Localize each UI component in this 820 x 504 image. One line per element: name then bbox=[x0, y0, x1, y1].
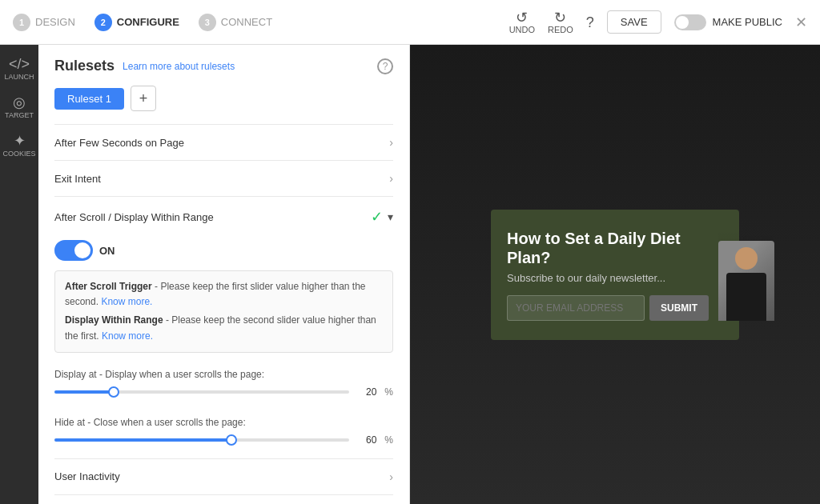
toggle-row: ON bbox=[54, 234, 393, 270]
make-public-switch[interactable] bbox=[674, 14, 706, 30]
rule-user-inactivity[interactable]: User Inactivity › bbox=[54, 458, 393, 494]
preview-area: How to Set a Daily Diet Plan? Subscribe … bbox=[410, 45, 820, 504]
step-configure[interactable]: 2 CONFIGURE bbox=[94, 14, 179, 31]
sidebar-item-target[interactable]: ◎ TARGET bbox=[3, 90, 35, 125]
step-connect-num: 3 bbox=[199, 14, 216, 31]
redo-button[interactable]: ↻ REDO bbox=[548, 10, 573, 34]
step-connect[interactable]: 3 CONNECT bbox=[199, 14, 272, 31]
step-design-label: DESIGN bbox=[35, 16, 75, 28]
target-icon: ◎ bbox=[13, 95, 26, 110]
rule-user-inactivity-arrow: › bbox=[389, 470, 393, 483]
rulesets-header: Rulesets Learn more about rulesets ? bbox=[54, 58, 393, 74]
sidebar-item-launch[interactable]: </> LAUNCH bbox=[3, 51, 35, 86]
step-configure-label: CONFIGURE bbox=[117, 16, 179, 28]
toggle-on-label: ON bbox=[99, 245, 115, 257]
preview-content: How to Set a Daily Diet Plan? Subscribe … bbox=[410, 45, 820, 504]
sidebar-launch-label: LAUNCH bbox=[4, 73, 34, 81]
slider2-thumb[interactable] bbox=[226, 434, 237, 446]
rule-few-seconds-arrow: › bbox=[389, 136, 393, 149]
person-head bbox=[735, 247, 758, 270]
main-layout: </> LAUNCH ◎ TARGET ✦ COOKIES Rulesets L… bbox=[0, 45, 820, 504]
step-design-num: 1 bbox=[13, 14, 30, 31]
rule-user-inactivity-label: User Inactivity bbox=[54, 470, 120, 482]
launch-icon: </> bbox=[9, 57, 30, 71]
scroll-toggle[interactable] bbox=[54, 240, 93, 261]
rule-scroll-display: After Scroll / Display Within Range ✓ ▾ … bbox=[54, 196, 393, 458]
rule-exit-intent-arrow: › bbox=[389, 172, 393, 185]
info-line-2: Display Within Range - Please keep the s… bbox=[65, 313, 383, 343]
step-connect-label: CONNECT bbox=[221, 16, 272, 28]
popup-card: How to Set a Daily Diet Plan? Subscribe … bbox=[491, 210, 739, 340]
cookies-icon: ✦ bbox=[14, 134, 26, 148]
scroll-display-header-left: After Scroll / Display Within Range bbox=[54, 211, 214, 223]
popup-email-input[interactable] bbox=[507, 295, 645, 321]
slider2-value: 60 bbox=[357, 434, 376, 446]
add-ruleset-button[interactable]: + bbox=[131, 86, 156, 111]
save-button[interactable]: SAVE bbox=[607, 10, 661, 34]
slider1-track[interactable] bbox=[54, 390, 349, 394]
slider2-label: Hide at - Close when a user scrolls the … bbox=[54, 417, 393, 428]
rule-few-seconds[interactable]: After Few Seconds on Page › bbox=[54, 124, 393, 160]
popup-image bbox=[718, 229, 774, 321]
person-body bbox=[726, 273, 766, 321]
rulesets-help-icon[interactable]: ? bbox=[377, 58, 393, 74]
make-public-toggle[interactable]: MAKE PUBLIC bbox=[674, 14, 782, 30]
steps-container: 1 DESIGN 2 CONFIGURE 3 CONNECT bbox=[13, 14, 272, 31]
close-button[interactable]: ✕ bbox=[795, 14, 807, 31]
top-bar-right: ↺ UNDO ↻ REDO ? SAVE MAKE PUBLIC ✕ bbox=[509, 10, 807, 34]
slider1-pct: % bbox=[384, 386, 393, 398]
slider2-row: 60 % bbox=[54, 434, 393, 446]
slider1-value: 20 bbox=[357, 386, 376, 398]
learn-link[interactable]: Learn more about rulesets bbox=[123, 61, 235, 72]
tab-row: Ruleset 1 + bbox=[54, 86, 393, 111]
slider1-fill bbox=[54, 390, 114, 394]
slider2-section: Hide at - Close when a user scrolls the … bbox=[54, 410, 393, 452]
person-illustration bbox=[718, 241, 774, 321]
slider1-thumb[interactable] bbox=[108, 386, 119, 398]
scroll-display-expand-button[interactable]: ▾ bbox=[388, 210, 393, 223]
scroll-display-label: After Scroll / Display Within Range bbox=[54, 211, 214, 223]
rule-after-blog[interactable]: After Blog Post › bbox=[54, 494, 393, 504]
know-more-link-1[interactable]: Know more. bbox=[101, 296, 152, 307]
popup-subtitle: Subscribe to our daily newsletter... bbox=[507, 272, 709, 284]
popup-title: How to Set a Daily Diet Plan? bbox=[507, 229, 709, 267]
scroll-display-check-icon: ✓ bbox=[371, 208, 383, 226]
sidebar-cookies-label: COOKIES bbox=[3, 150, 36, 158]
rulesets-title: Rulesets bbox=[54, 58, 115, 74]
popup-form: SUBMIT bbox=[507, 295, 709, 321]
info-line-1: After Scroll Trigger - Please keep the f… bbox=[65, 279, 383, 310]
ruleset1-tab[interactable]: Ruleset 1 bbox=[54, 88, 124, 110]
left-sidebar: </> LAUNCH ◎ TARGET ✦ COOKIES bbox=[0, 45, 38, 504]
slider2-track[interactable] bbox=[54, 438, 349, 442]
sidebar-target-label: TARGET bbox=[5, 111, 34, 119]
top-bar: 1 DESIGN 2 CONFIGURE 3 CONNECT ↺ UNDO ↻ … bbox=[0, 0, 820, 45]
slider2-fill bbox=[54, 438, 231, 442]
step-configure-num: 2 bbox=[94, 14, 112, 31]
undo-button[interactable]: ↺ UNDO bbox=[509, 10, 535, 34]
know-more-link-2[interactable]: Know more. bbox=[102, 330, 153, 342]
config-panel: Rulesets Learn more about rulesets ? Rul… bbox=[38, 45, 410, 504]
sidebar-item-cookies[interactable]: ✦ COOKIES bbox=[3, 128, 35, 163]
scroll-info-box: After Scroll Trigger - Please keep the f… bbox=[54, 270, 393, 353]
make-public-label: MAKE PUBLIC bbox=[713, 16, 782, 28]
slider1-row: 20 % bbox=[54, 386, 393, 398]
rule-few-seconds-label: After Few Seconds on Page bbox=[54, 137, 184, 149]
step-design[interactable]: 1 DESIGN bbox=[13, 14, 75, 31]
slider2-pct: % bbox=[384, 434, 393, 446]
scroll-display-header[interactable]: After Scroll / Display Within Range ✓ ▾ bbox=[54, 197, 393, 234]
rule-exit-intent[interactable]: Exit Intent › bbox=[54, 160, 393, 196]
help-button[interactable]: ? bbox=[586, 15, 594, 30]
popup-submit-button[interactable]: SUBMIT bbox=[649, 295, 709, 321]
slider1-section: Display at - Display when a user scrolls… bbox=[54, 362, 393, 404]
rule-exit-intent-label: Exit Intent bbox=[54, 173, 101, 185]
slider1-label: Display at - Display when a user scrolls… bbox=[54, 369, 393, 380]
popup-text: How to Set a Daily Diet Plan? Subscribe … bbox=[507, 229, 709, 321]
